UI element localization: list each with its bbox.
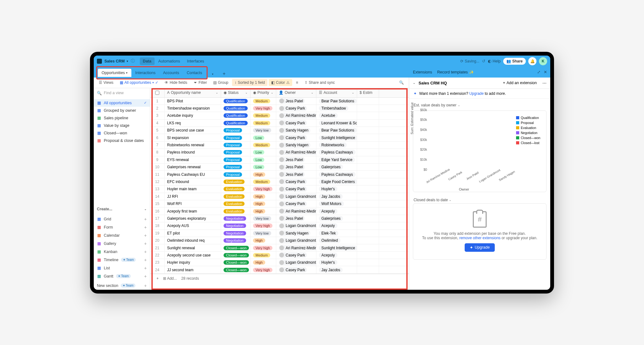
- notifications-icon[interactable]: 🔔: [528, 57, 536, 65]
- close-icon[interactable]: ✕: [544, 70, 547, 74]
- view-item[interactable]: ▦Closed—won: [94, 129, 150, 137]
- nav-automations[interactable]: Automations: [155, 57, 183, 65]
- collapse-icon[interactable]: ⌄: [413, 81, 415, 84]
- view-toolbar: ☰ Views ▦ All opportunities ▾ ✓ 👁 Hide f…: [94, 78, 409, 88]
- table-row[interactable]: 20 Owlimited inbound req Negotiation Hig…: [150, 237, 409, 244]
- table-row[interactable]: 21 Sunlight renewal Closed—won Very high…: [150, 244, 409, 251]
- table-row[interactable]: 7 Robinetworks renewal Proposal Medium S…: [150, 142, 409, 149]
- table-row[interactable]: 15 Wolf RFI Evaluation High Casey Park W…: [150, 200, 409, 208]
- nav-data[interactable]: Data: [140, 57, 155, 65]
- col-estimate[interactable]: $ Estim: [357, 88, 379, 97]
- table-row[interactable]: 24 JJ second team Closed—won Very high C…: [150, 266, 409, 273]
- ext-title: Sales CRM HQ: [419, 81, 447, 85]
- share-button[interactable]: 👥 Share: [503, 58, 526, 65]
- create-gantt[interactable]: ▦Gantt✦ Team+: [94, 272, 150, 280]
- col-owner[interactable]: 👤 Owner⌄: [276, 88, 316, 97]
- table-row[interactable]: 23 Huyler inquiry Closed—won High Logan …: [150, 259, 409, 266]
- create-list[interactable]: ▦List+: [94, 264, 150, 272]
- sparkle-icon: ✦: [414, 91, 417, 96]
- ext-menu-icon[interactable]: ⋯: [542, 81, 546, 85]
- clipboard-icon: #: [473, 211, 487, 228]
- tab-accounts[interactable]: Accounts: [159, 69, 183, 77]
- data-grid[interactable]: A Opportunity name ⌄ ◉ Status⌄ ◉ Priorit…: [150, 88, 409, 290]
- table-row[interactable]: 13 Huyler main team Evaluation Very high…: [150, 186, 409, 193]
- record-count: 28 records: [181, 276, 199, 281]
- checkbox-col[interactable]: [150, 88, 165, 97]
- col-account[interactable]: ☰ Account⌄: [316, 88, 357, 97]
- table-row[interactable]: 16 Acepoly first team Evaluation High Ar…: [150, 208, 409, 215]
- add-row-button[interactable]: +: [156, 276, 159, 281]
- view-item[interactable]: ▦Grouped by owner: [94, 107, 150, 114]
- new-section[interactable]: New section ✦ Team +: [94, 282, 150, 290]
- create-section[interactable]: Create...⌄: [94, 204, 150, 214]
- info-icon[interactable]: ⓘ: [131, 58, 135, 64]
- sort[interactable]: ↕ Sorted by 1 field: [232, 79, 267, 86]
- nav-interfaces[interactable]: Interfaces: [184, 57, 207, 65]
- upgrade-link[interactable]: Upgrade: [469, 91, 484, 96]
- closed-deals-title[interactable]: Closed deals to date ⌄: [413, 197, 546, 203]
- chart-section-title[interactable]: Est. value deals by owner ⌄: [413, 102, 546, 109]
- row-height[interactable]: ≡: [293, 79, 301, 86]
- views-sidebar: 🔍 Find a view ▦All opportunities▦Grouped…: [94, 88, 150, 290]
- search-icon[interactable]: 🔍: [397, 79, 406, 86]
- view-item[interactable]: ▦Sales pipeline: [94, 114, 150, 122]
- current-view[interactable]: ▦ All opportunities ▾ ✓: [117, 79, 161, 86]
- history-icon[interactable]: ↺: [482, 59, 485, 63]
- col-status[interactable]: ◉ Status⌄: [221, 88, 251, 97]
- table-row[interactable]: 19 ET pilot Negotiation Very low Sandy H…: [150, 230, 409, 237]
- table-row[interactable]: 17 Galerprises exploratory Negotiation V…: [150, 215, 409, 222]
- hide-fields[interactable]: 👁 Hide fields: [162, 79, 190, 86]
- create-kanban[interactable]: ▦Kanban+: [94, 248, 150, 256]
- col-name[interactable]: A Opportunity name ⌄: [165, 88, 221, 97]
- share-sync[interactable]: ⇪ Share and sync: [302, 79, 337, 86]
- create-calendar[interactable]: ▦Calendar+: [94, 231, 150, 240]
- create-form[interactable]: ▦Form+: [94, 223, 150, 231]
- app-title[interactable]: Sales CRM ▾: [104, 59, 128, 63]
- tab-interactions[interactable]: Interactions: [131, 69, 159, 77]
- color[interactable]: ◧ Color ⚠: [269, 79, 292, 86]
- table-row[interactable]: 10 Galerprises renewal Proposal Low Jess…: [150, 164, 409, 171]
- y-axis-label: Sum: Estimated value: [410, 102, 414, 134]
- expand-icon[interactable]: ⤢: [537, 70, 541, 74]
- tab-overflow[interactable]: ▾: [208, 71, 217, 78]
- app-icon: [97, 59, 102, 64]
- table-row[interactable]: 2 Timbershadow expansion Qualification V…: [150, 105, 409, 112]
- table-row[interactable]: 12 EFC inbound Evaluation Medium Casey P…: [150, 178, 409, 186]
- create-gallery[interactable]: ▦Gallery+: [94, 240, 150, 248]
- view-item[interactable]: ▦All opportunities: [94, 99, 150, 107]
- add-extension-button[interactable]: + Add an extension: [503, 81, 537, 85]
- help-button[interactable]: ◐ Help: [488, 59, 501, 63]
- filter[interactable]: ⏷ Filter: [191, 79, 209, 86]
- avatar[interactable]: K: [539, 57, 547, 65]
- create-grid[interactable]: ▦Grid+: [94, 215, 150, 223]
- table-row[interactable]: 5 BPS second use case Proposal Very low …: [150, 127, 409, 134]
- tab-opportunities[interactable]: Opportunities ▾: [98, 69, 131, 77]
- table-row[interactable]: 9 EYS renewal Proposal Low Jess Patel Ed…: [150, 156, 409, 164]
- x-axis-label: Owner: [413, 187, 515, 191]
- view-item[interactable]: ▦Value by stage: [94, 122, 150, 129]
- add-menu[interactable]: ⊞ Add...: [163, 276, 177, 281]
- table-row[interactable]: 11 Payless Cashways EU Proposal High Jes…: [150, 171, 409, 178]
- tab-contacts[interactable]: Contacts: [183, 69, 206, 77]
- bar-chart: Sum: Estimated value $0$10k$20k$30k$40k$…: [413, 111, 546, 192]
- add-table-button[interactable]: +: [220, 70, 228, 78]
- upgrade-button[interactable]: ✦ Upgrade: [465, 243, 495, 252]
- table-row[interactable]: 4 LKS req Qualification Medium Casey Par…: [150, 120, 409, 127]
- ext-tab-extensions[interactable]: Extensions: [413, 70, 432, 74]
- view-search[interactable]: 🔍 Find a view: [94, 88, 150, 98]
- views-menu[interactable]: ☰ Views: [96, 79, 116, 86]
- group[interactable]: ▤ Group: [211, 79, 231, 86]
- ext-tab-templates[interactable]: Record templates ✨: [437, 70, 474, 74]
- table-row[interactable]: 6 SI expansion Proposal Low Casey Park S…: [150, 134, 409, 141]
- remove-extensions-link[interactable]: remove other extensions: [459, 236, 500, 240]
- table-row[interactable]: 14 JJ RFI Evaluation High Logan Grandmon…: [150, 193, 409, 200]
- table-row[interactable]: 3 Acetube inquiry Qualification Medium A…: [150, 112, 409, 119]
- table-row[interactable]: 18 Acepoly AUS Negotiation Very high Log…: [150, 222, 409, 229]
- create-timeline[interactable]: ▦Timeline✦ Team+: [94, 256, 150, 264]
- upgrade-banner: ✦ Want more than 1 extension? Upgrade to…: [409, 89, 550, 99]
- view-item[interactable]: ▦Proposal & close dates: [94, 137, 150, 144]
- table-row[interactable]: 22 Acepolly second use case Closed—won M…: [150, 252, 409, 259]
- table-row[interactable]: 1 BPS Pilot Qualification Medium Jess Pa…: [150, 98, 409, 105]
- col-priority[interactable]: ◉ Priority⌄: [251, 88, 276, 97]
- table-row[interactable]: 8 Payless inbound Proposal Low Ari Ramír…: [150, 149, 409, 156]
